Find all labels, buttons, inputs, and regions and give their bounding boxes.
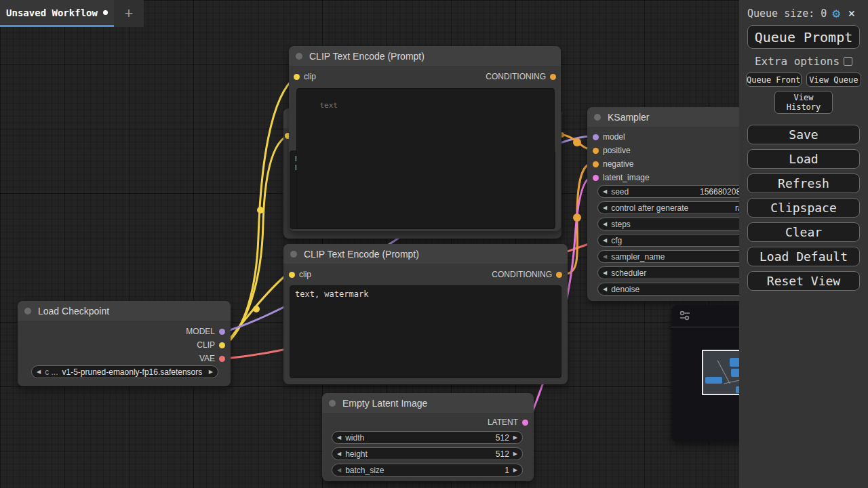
load-default-button[interactable]: Load Default xyxy=(747,247,860,266)
node-title: Empty Latent Image xyxy=(342,398,427,409)
refresh-button[interactable]: Refresh xyxy=(747,174,860,193)
view-history-button[interactable]: View History xyxy=(774,91,833,114)
prev-option-icon[interactable]: ◀ xyxy=(37,369,41,375)
extra-options-checkbox[interactable] xyxy=(844,57,852,66)
decrement-icon[interactable]: ◀ xyxy=(603,253,607,260)
output-label: CLIP xyxy=(197,340,215,350)
collapse-dot-icon[interactable] xyxy=(290,251,297,258)
collapse-dot-icon[interactable] xyxy=(296,53,302,60)
output-label: CONDITIONING xyxy=(486,72,546,81)
wire-clip-to-bottom xyxy=(226,274,288,344)
node-clip-text-encode-bottom[interactable]: CLIP Text Encode (Prompt) clip CONDITION… xyxy=(283,244,568,384)
workflow-tab-bar: Unsaved Workflow + xyxy=(0,0,144,27)
input-label: clip xyxy=(299,270,311,279)
decrement-icon[interactable]: ◀ xyxy=(603,221,607,227)
widget-label: steps xyxy=(611,220,631,229)
collapse-dot-icon[interactable] xyxy=(594,114,601,121)
increment-icon[interactable]: ▶ xyxy=(513,451,517,457)
batch-size-widget[interactable]: ◀ batch_size 1 ▶ xyxy=(332,464,523,476)
increment-icon[interactable]: ▶ xyxy=(513,467,517,473)
output-label: LATENT xyxy=(488,418,518,427)
clip-input-port[interactable] xyxy=(289,272,295,278)
save-button[interactable]: Save xyxy=(747,125,860,144)
widget-value: 512 xyxy=(496,433,509,443)
input-label: clip xyxy=(304,72,316,81)
clip-output-port[interactable] xyxy=(219,342,225,348)
settings-gear-icon[interactable]: ⚙ xyxy=(832,7,840,20)
widget-value: v1-5-pruned-emaonly-fp16.safetensors xyxy=(62,367,203,377)
output-label: MODEL xyxy=(186,327,215,336)
negative-input-port[interactable] xyxy=(593,161,599,167)
queue-sidebar: Queue size: 0 ⚙ ✕ Queue Prompt Extra opt… xyxy=(739,0,868,488)
collapse-dot-icon[interactable] xyxy=(329,400,336,407)
view-queue-button[interactable]: View Queue xyxy=(806,73,862,87)
widget-label: cfg xyxy=(611,236,622,245)
decrement-icon[interactable]: ◀ xyxy=(603,188,607,195)
widget-label: width xyxy=(345,433,364,443)
increment-icon[interactable]: ▶ xyxy=(513,434,517,441)
input-label: negative xyxy=(603,159,633,169)
decrement-icon[interactable]: ◀ xyxy=(603,237,607,243)
conditioning-output-port[interactable] xyxy=(556,272,562,278)
queue-front-button[interactable]: Queue Front xyxy=(746,73,802,87)
widget-label: scheduler xyxy=(611,268,646,278)
decrement-icon[interactable]: ◀ xyxy=(603,270,607,276)
widget-label: batch_size xyxy=(345,466,384,475)
decrement-icon[interactable]: ◀ xyxy=(337,467,341,473)
node-header[interactable]: CLIP Text Encode (Prompt) xyxy=(283,244,568,264)
clipspace-button[interactable]: Clipspace xyxy=(747,198,860,218)
plus-icon: + xyxy=(125,5,134,22)
widget-label: height xyxy=(345,449,368,459)
node-header[interactable]: Load Checkpoint xyxy=(18,301,231,321)
input-label: positive xyxy=(603,146,631,155)
node-title: Load Checkpoint xyxy=(38,306,109,317)
conditioning-output-port[interactable] xyxy=(550,74,556,80)
decrement-icon[interactable]: ◀ xyxy=(337,451,341,457)
collapse-dot-icon[interactable] xyxy=(24,308,31,314)
latent-image-input-port[interactable] xyxy=(593,175,599,181)
widget-label: c ... xyxy=(45,367,58,377)
widget-label: sampler_name xyxy=(611,252,665,262)
load-button[interactable]: Load xyxy=(747,149,860,169)
node-header[interactable]: CLIP Text Encode (Prompt) xyxy=(289,46,561,66)
height-widget[interactable]: ◀ height 512 ▶ xyxy=(332,447,523,460)
widget-label: control after generate xyxy=(611,203,688,213)
decrement-icon[interactable]: ◀ xyxy=(603,205,607,211)
queue-prompt-button[interactable]: Queue Prompt xyxy=(747,25,860,49)
clip-input-port[interactable] xyxy=(294,74,300,80)
prompt-textarea[interactable]: text xyxy=(296,88,555,228)
width-widget[interactable]: ◀ width 512 ▶ xyxy=(332,431,523,444)
input-label: model xyxy=(603,132,625,142)
prompt-textarea[interactable]: text, watermark xyxy=(290,285,561,378)
sliders-icon xyxy=(678,310,693,322)
output-label: CONDITIONING xyxy=(492,270,552,279)
widget-value: 512 xyxy=(496,449,509,459)
input-label: latent_image xyxy=(603,173,650,182)
decrement-icon[interactable]: ◀ xyxy=(337,434,341,441)
tab-title: Unsaved Workflow xyxy=(6,7,98,18)
next-option-icon[interactable]: ▶ xyxy=(209,369,213,375)
clear-button[interactable]: Clear xyxy=(747,222,860,242)
queue-size-label: Queue size: 0 xyxy=(747,7,827,20)
node-title: CLIP Text Encode (Prompt) xyxy=(309,51,425,62)
tab-unsaved-workflow[interactable]: Unsaved Workflow xyxy=(0,0,114,27)
vae-output-port[interactable] xyxy=(219,356,225,362)
node-load-checkpoint[interactable]: Load Checkpoint MODEL CLIP VAE ◀ c ... v… xyxy=(18,301,231,386)
widget-value: 1 xyxy=(505,466,509,475)
widget-label: denoise xyxy=(611,285,639,294)
node-header[interactable]: Empty Latent Image xyxy=(322,393,534,413)
close-icon[interactable]: ✕ xyxy=(848,7,855,19)
model-input-port[interactable] xyxy=(593,134,599,140)
positive-input-port[interactable] xyxy=(593,148,599,154)
latent-output-port[interactable] xyxy=(522,420,528,426)
model-output-port[interactable] xyxy=(219,329,225,335)
node-title: KSampler xyxy=(608,112,649,123)
node-empty-latent-image[interactable]: Empty Latent Image LATENT ◀ width 512 ▶ … xyxy=(322,393,534,481)
extra-options-label: Extra options xyxy=(755,55,840,68)
new-workflow-button[interactable]: + xyxy=(114,0,144,27)
graph-canvas[interactable]: CLIP Text Encode (Prompt) clip CONDITION… xyxy=(0,0,868,488)
decrement-icon[interactable]: ◀ xyxy=(603,286,607,292)
ckpt-name-widget[interactable]: ◀ c ... v1-5-pruned-emaonly-fp16.safeten… xyxy=(31,365,218,378)
unsaved-dot-icon xyxy=(103,10,108,15)
reset-view-button[interactable]: Reset View xyxy=(747,271,860,291)
